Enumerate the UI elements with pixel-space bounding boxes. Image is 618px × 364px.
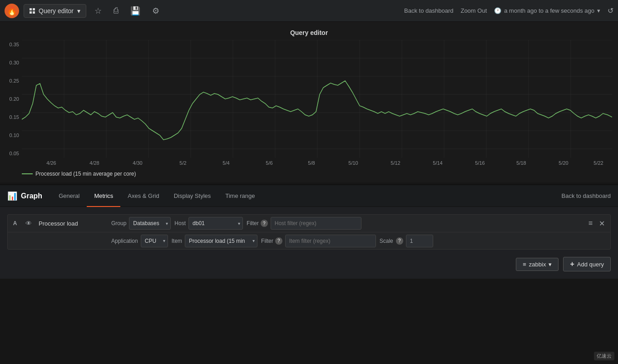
back-to-dashboard-button[interactable]: Back to dashboard — [404, 7, 453, 14]
filter-label-1: Filter — [243, 220, 261, 226]
add-query-label: Add query — [577, 261, 604, 268]
zabbix-label: zabbix — [529, 261, 546, 268]
chart-plot-area: 4/26 4/28 4/30 5/2 5/4 5/6 5/8 5/10 5/12… — [22, 40, 618, 167]
legend-line — [22, 173, 33, 174]
row-actions: ≡ ✕ — [587, 218, 610, 229]
refresh-icon[interactable]: ↺ — [608, 6, 613, 15]
svg-text:5/18: 5/18 — [516, 160, 526, 166]
scale-help-icon[interactable]: ? — [396, 237, 403, 245]
share-button[interactable]: ⎙ — [110, 4, 122, 17]
add-query-plus-icon: + — [570, 260, 574, 268]
tab-time-range[interactable]: Time range — [218, 185, 262, 207]
panel-section: 📊 Graph General Metrics Axes & Grid Disp… — [0, 184, 618, 279]
svg-text:5/10: 5/10 — [348, 160, 358, 166]
watermark: 亿速云 — [594, 352, 614, 360]
svg-text:5/6: 5/6 — [266, 160, 272, 166]
legend-label: Processor load (15 min average per core) — [35, 171, 136, 177]
host-label: Host — [171, 220, 188, 226]
zabbix-button[interactable]: ≡ zabbix ▾ — [516, 258, 559, 271]
zabbix-icon: ≡ — [523, 261, 526, 268]
application-label: Application — [108, 238, 141, 244]
scale-label: Scale — [376, 238, 396, 244]
svg-text:5/14: 5/14 — [433, 160, 442, 166]
panel-header-left: 📊 Graph General Metrics Axes & Grid Disp… — [7, 185, 262, 207]
query-alias: Processor load — [35, 220, 108, 227]
chart-container: Query editor 0.35 0.30 0.25 0.20 0.15 0.… — [0, 22, 618, 182]
grid-icon — [30, 8, 35, 14]
svg-text:5/12: 5/12 — [391, 160, 400, 166]
group-select-wrapper: Databases ▾ — [129, 217, 171, 230]
group-label: Group — [108, 220, 129, 226]
chart-title: Query editor — [0, 29, 618, 36]
dropdown-chevron-icon: ▾ — [77, 7, 80, 15]
svg-text:5/16: 5/16 — [475, 160, 485, 166]
grafana-logo: 🔥 — [5, 4, 19, 18]
query-editor-label: Query editor — [39, 7, 74, 15]
chart-wrapper: 0.35 0.30 0.25 0.20 0.15 0.10 0.05 — [0, 40, 618, 167]
host-filter-input[interactable] — [271, 217, 361, 230]
item-select-wrapper: Processor load (15 min aver ▾ — [185, 235, 257, 247]
query-row-line1: A 👁 Processor load Group Databases ▾ Hos… — [8, 215, 610, 232]
row-menu-button[interactable]: ≡ — [587, 218, 594, 228]
row-close-button[interactable]: ✕ — [597, 218, 607, 229]
filter-label-2: Filter — [257, 238, 275, 244]
item-label: Item — [168, 238, 185, 244]
application-select[interactable]: CPU — [141, 235, 168, 247]
nav-right: Back to dashboard Zoom Out 🕐 a month ago… — [404, 6, 613, 15]
query-row-line2: Application CPU ▾ Item Processor load (1… — [8, 232, 610, 249]
panel-type-icon: 📊 — [7, 191, 17, 201]
zoom-out-button[interactable]: Zoom Out — [460, 7, 487, 14]
chart-svg: 4/26 4/28 4/30 5/2 5/4 5/6 5/8 5/10 5/12… — [22, 40, 612, 167]
tab-axes-grid[interactable]: Axes & Grid — [120, 185, 166, 207]
query-body: A 👁 Processor load Group Databases ▾ Hos… — [0, 207, 618, 279]
query-editor-button[interactable]: Query editor ▾ — [24, 4, 86, 18]
time-range-selector[interactable]: 🕐 a month ago to a few seconds ago ▾ — [494, 7, 600, 14]
item-select[interactable]: Processor load (15 min aver — [185, 235, 257, 247]
tab-metrics[interactable]: Metrics — [87, 185, 120, 207]
tab-display-styles[interactable]: Display Styles — [167, 185, 218, 207]
add-query-button[interactable]: + Add query — [563, 257, 611, 271]
svg-text:5/22: 5/22 — [593, 160, 603, 166]
group-select[interactable]: Databases — [129, 217, 171, 230]
zabbix-dropdown-icon: ▾ — [549, 261, 552, 268]
filter-help-icon[interactable]: ? — [261, 220, 268, 227]
eye-icon[interactable]: 👁 — [22, 220, 35, 227]
scale-input[interactable] — [406, 235, 433, 247]
top-nav: 🔥 Query editor ▾ ☆ ⎙ 💾 ⚙ Back to dashboa… — [0, 0, 618, 22]
tab-general[interactable]: General — [51, 185, 87, 207]
item-filter-help-icon[interactable]: ? — [275, 237, 282, 245]
query-row: A 👁 Processor load Group Databases ▾ Hos… — [7, 214, 611, 250]
query-row-letter: A — [8, 220, 22, 226]
svg-text:4/26: 4/26 — [46, 160, 56, 166]
panel-header: 📊 Graph General Metrics Axes & Grid Disp… — [0, 185, 618, 207]
time-range-label: a month ago to a few seconds ago — [504, 7, 594, 14]
nav-left: 🔥 Query editor ▾ ☆ ⎙ 💾 ⚙ — [5, 4, 163, 18]
settings-button[interactable]: ⚙ — [148, 4, 163, 18]
time-icon: 🕐 — [494, 7, 501, 14]
svg-text:5/4: 5/4 — [222, 160, 229, 166]
y-axis: 0.35 0.30 0.25 0.20 0.15 0.10 0.05 — [0, 40, 22, 167]
chart-legend: Processor load (15 min average per core) — [0, 167, 618, 179]
svg-text:5/8: 5/8 — [308, 160, 315, 166]
svg-text:5/2: 5/2 — [179, 160, 186, 166]
svg-text:4/30: 4/30 — [133, 160, 142, 166]
host-select-wrapper: db01 ▾ — [188, 217, 243, 230]
query-footer: ≡ zabbix ▾ + Add query — [7, 251, 611, 271]
host-select[interactable]: db01 — [188, 217, 243, 230]
save-button[interactable]: 💾 — [127, 4, 144, 18]
application-select-wrapper: CPU ▾ — [141, 235, 168, 247]
item-filter-input[interactable] — [285, 235, 376, 247]
svg-text:4/28: 4/28 — [89, 160, 99, 166]
back-to-dashboard-panel[interactable]: Back to dashboard — [562, 192, 611, 199]
panel-title: Graph — [21, 192, 42, 200]
star-button[interactable]: ☆ — [91, 4, 105, 18]
svg-text:5/20: 5/20 — [559, 160, 568, 166]
time-dropdown-icon: ▾ — [597, 7, 600, 14]
